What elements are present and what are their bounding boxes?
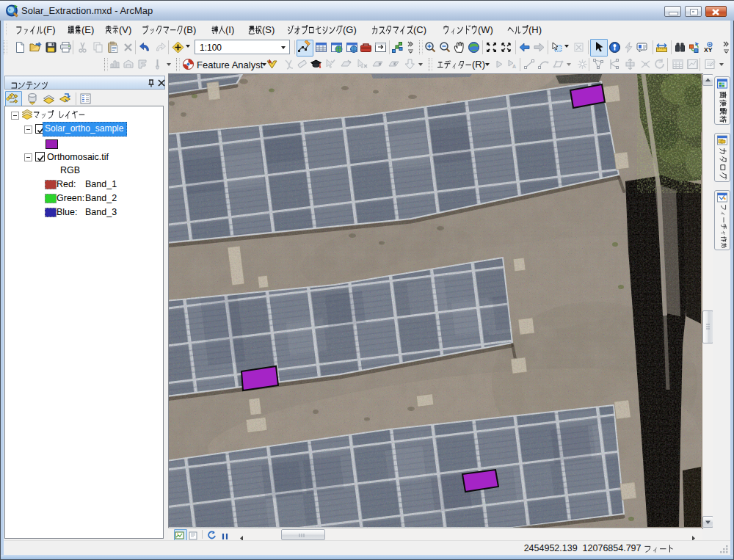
svg-text:XY: XY [704, 46, 713, 54]
svg-text:A: A [512, 64, 516, 69]
